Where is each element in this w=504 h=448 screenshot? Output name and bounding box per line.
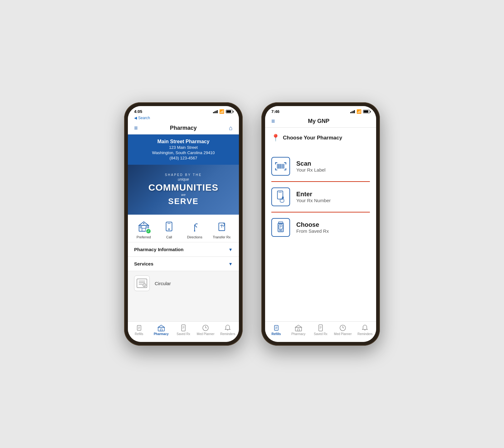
tab-med-planner-label-2: Med Planner bbox=[334, 332, 352, 336]
phone2-shell: 7:46 📶 ≡ My GNP bbox=[261, 102, 380, 346]
bar3-2 bbox=[353, 111, 354, 113]
svg-rect-48 bbox=[279, 225, 283, 229]
time-2: 7:46 bbox=[271, 109, 279, 114]
pharmacy-banner: Main Street Pharmacy 123 Main Street Was… bbox=[128, 134, 239, 165]
choose-subtitle: From Saved Rx bbox=[296, 228, 329, 234]
time-1: 4:05 bbox=[134, 109, 142, 114]
refills-icon-1 bbox=[135, 324, 143, 332]
home-icon-1[interactable]: ⌂ bbox=[229, 124, 233, 132]
pharmacy-info-section[interactable]: Pharmacy Information ▼ bbox=[128, 242, 239, 257]
svg-marker-23 bbox=[158, 325, 164, 327]
tab-refills-2[interactable]: Refills bbox=[267, 324, 286, 336]
rx-option-enter[interactable]: Enter Your Rx Number bbox=[271, 182, 370, 212]
battery-fill-1 bbox=[226, 110, 231, 113]
med-planner-icon-2 bbox=[339, 324, 346, 332]
tab-reminders-2[interactable]: Reminders bbox=[356, 324, 374, 336]
directions-label: Directions bbox=[187, 235, 202, 239]
hamburger-icon-2[interactable]: ≡ bbox=[271, 118, 275, 125]
signal-bars-1 bbox=[213, 110, 218, 113]
scan-title: Scan bbox=[296, 160, 326, 167]
tab-saved-rx-label-2: Saved Rx bbox=[314, 332, 327, 336]
reminders-icon-2 bbox=[361, 324, 369, 332]
choose-pharmacy-label: Choose Your Pharmacy bbox=[283, 135, 342, 141]
tab-saved-rx-2[interactable]: Saved Rx bbox=[311, 324, 330, 336]
pharmacy-info-chevron: ▼ bbox=[228, 247, 233, 252]
tab-saved-rx-1[interactable]: Saved Rx bbox=[174, 324, 193, 336]
tab-saved-rx-label-1: Saved Rx bbox=[177, 332, 190, 336]
pharmacy-name: Main Street Pharmacy bbox=[134, 139, 233, 144]
circular-icon: $ bbox=[136, 278, 148, 288]
map-pin-icon: 📍 bbox=[271, 134, 280, 142]
battery-icon-1 bbox=[226, 110, 233, 113]
tab-med-planner-2[interactable]: Med Planner bbox=[333, 324, 352, 336]
bar1-2 bbox=[350, 112, 351, 113]
hero-line5: SERVE bbox=[148, 197, 218, 206]
action-transfer[interactable]: Transfer Rx bbox=[213, 219, 230, 239]
pharmacy-address2: Washington, South Carolina 29410 bbox=[134, 150, 233, 155]
choose-title: Choose bbox=[296, 221, 329, 228]
transfer-icon-wrap bbox=[214, 219, 229, 234]
tab-reminders-label-2: Reminders bbox=[357, 332, 372, 336]
call-label: Call bbox=[166, 235, 172, 239]
search-bar: ◀ Search bbox=[128, 115, 239, 122]
services-chevron: ▼ bbox=[228, 261, 233, 266]
action-directions[interactable]: Directions bbox=[187, 219, 202, 239]
nav-bar-2: ≡ My GNP bbox=[265, 115, 376, 128]
svg-point-9 bbox=[194, 230, 195, 231]
hamburger-icon-1[interactable]: ≡ bbox=[134, 124, 138, 132]
barcode-icon bbox=[274, 162, 287, 171]
phones-container: 4:05 📶 ◀ Search bbox=[124, 102, 380, 346]
services-section[interactable]: Services ▼ bbox=[128, 257, 239, 271]
rx-option-choose[interactable]: Choose From Saved Rx bbox=[271, 212, 370, 242]
tab-refills-1[interactable]: Refills bbox=[130, 324, 148, 336]
tab-pharmacy-label-2: Pharmacy bbox=[291, 332, 305, 336]
phone1-shell: 4:05 📶 ◀ Search bbox=[124, 102, 243, 346]
reminders-icon-1 bbox=[224, 324, 231, 332]
status-bar-1: 4:05 📶 bbox=[128, 106, 239, 115]
choose-pharmacy-row[interactable]: 📍 Choose Your Pharmacy bbox=[271, 134, 370, 145]
tab-med-planner-1[interactable]: Med Planner bbox=[196, 324, 215, 336]
rx-option-scan[interactable]: Scan Your Rx Label bbox=[271, 151, 370, 182]
pharmacy-phone: (843) 123-4567 bbox=[134, 156, 233, 160]
hero-line3: COMMUNITIES bbox=[148, 182, 218, 193]
svg-point-52 bbox=[279, 230, 281, 231]
tab-reminders-label-1: Reminders bbox=[220, 332, 235, 336]
circular-label: Circular bbox=[155, 281, 171, 286]
action-preferred[interactable]: ✓ Preferred bbox=[136, 219, 151, 239]
pharmacy-icon-2 bbox=[295, 324, 302, 332]
wifi-icon-2: 📶 bbox=[356, 109, 361, 114]
status-icons-2: 📶 bbox=[350, 109, 370, 114]
scan-subtitle: Your Rx Label bbox=[296, 167, 326, 173]
enter-icon-box bbox=[271, 187, 290, 206]
hero-area: SHAPED BY THE unique COMMUNITIES we SERV… bbox=[128, 165, 239, 215]
preferred-icon-wrap: ✓ bbox=[136, 219, 151, 234]
phone1-screen: 4:05 📶 ◀ Search bbox=[128, 106, 239, 342]
scan-text: Scan Your Rx Label bbox=[296, 160, 326, 173]
tab-med-planner-label-1: Med Planner bbox=[197, 332, 215, 336]
pill-bottle-icon bbox=[275, 221, 286, 234]
tab-pharmacy-1[interactable]: Pharmacy bbox=[152, 324, 171, 336]
svg-rect-2 bbox=[140, 226, 142, 228]
saved-rx-icon-1 bbox=[180, 324, 187, 332]
tab-pharmacy-2[interactable]: Pharmacy bbox=[289, 324, 308, 336]
content-spacer-2 bbox=[271, 242, 370, 315]
phone2-screen: 7:46 📶 ≡ My GNP bbox=[265, 106, 376, 342]
tab-refills-label-2: Refills bbox=[272, 332, 281, 336]
svg-rect-58 bbox=[295, 327, 302, 331]
pharmacy-icon-1 bbox=[158, 324, 165, 332]
page-title-2: My GNP bbox=[308, 118, 329, 124]
bar1 bbox=[213, 112, 214, 113]
bar3 bbox=[216, 111, 216, 113]
content-spacer-1 bbox=[128, 295, 239, 321]
tab-reminders-1[interactable]: Reminders bbox=[218, 324, 237, 336]
services-title: Services bbox=[134, 261, 153, 266]
svg-rect-60 bbox=[298, 329, 299, 331]
action-call[interactable]: Call bbox=[162, 219, 177, 239]
circular-item[interactable]: $ Circular bbox=[128, 271, 239, 295]
search-label[interactable]: Search bbox=[138, 116, 150, 120]
call-icon-wrap bbox=[162, 219, 177, 234]
refills-icon-2 bbox=[273, 324, 280, 332]
back-arrow-icon: ◀ bbox=[134, 116, 137, 120]
transfer-label: Transfer Rx bbox=[213, 235, 230, 239]
svg-point-8 bbox=[168, 229, 170, 230]
